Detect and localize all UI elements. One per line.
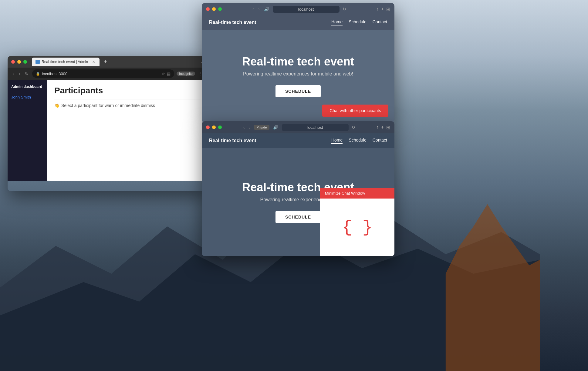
event1-fullscreen-btn[interactable] <box>218 7 222 11</box>
event2-navbar: Real-time tech event Home Schedule Conta… <box>202 133 394 148</box>
chat-window-body: { } <box>320 199 394 256</box>
event2-grid-btn[interactable]: ⊞ <box>386 125 390 130</box>
chat-window-overlay: Minimize Chat Window { } <box>320 188 394 256</box>
event2-content: Real-time tech event Home Schedule Conta… <box>202 133 394 256</box>
event2-fullscreen-btn[interactable] <box>218 125 222 129</box>
event2-nav-schedule[interactable]: Schedule <box>349 138 366 144</box>
admin-nav-john-smith[interactable]: John Smith <box>11 94 43 101</box>
event2-back-btn[interactable]: ‹ <box>243 124 245 130</box>
admin-address-field[interactable]: 🔒 localhost:3000 ☆ ▤ <box>32 69 174 78</box>
admin-back-btn[interactable]: ‹ <box>11 71 15 77</box>
event1-nav-links: Home Schedule Contact <box>331 19 387 25</box>
admin-browser-tab[interactable]: Real-time tech event | Admin ✕ <box>32 58 100 66</box>
event1-nav-schedule[interactable]: Schedule <box>349 19 366 25</box>
event1-nav-contact[interactable]: Contact <box>373 19 387 25</box>
event1-titlebar: ‹ › 🔊 localhost ↻ ↑ + ⊞ <box>202 3 394 15</box>
admin-minimize-btn[interactable] <box>17 60 21 64</box>
event2-private-badge: Private <box>254 125 269 130</box>
participants-hint-text: 👋 Select a participant for warn or immed… <box>54 103 201 108</box>
event2-nav-links: Home Schedule Contact <box>331 138 387 144</box>
admin-refresh-btn[interactable]: ↻ <box>24 71 30 77</box>
event-browser-2: ‹ › Private 🔊 localhost ↻ ↑ + ⊞ Real-tim… <box>202 121 394 256</box>
event1-url-field[interactable]: localhost <box>273 6 340 13</box>
admin-browser-titlebar: Real-time tech event | Admin ✕ + ⌄ <box>8 56 208 68</box>
event2-forward-btn[interactable]: › <box>248 124 251 130</box>
event1-titlebar-center: ‹ › 🔊 localhost ↻ <box>224 6 374 13</box>
admin-close-btn[interactable] <box>11 60 15 64</box>
event1-close-btn[interactable] <box>206 7 210 11</box>
event2-hero: Real-time tech event Powering realtime e… <box>202 148 394 256</box>
event1-forward-btn[interactable]: › <box>258 6 260 12</box>
event1-navbar: Real-time tech event Home Schedule Conta… <box>202 15 394 30</box>
admin-address-bar: ‹ › ↻ 🔒 localhost:3000 ☆ ▤ Incognito ⋮ <box>8 68 208 80</box>
event-browser-1: ‹ › 🔊 localhost ↻ ↑ + ⊞ Real-time tech e… <box>202 3 394 123</box>
event2-minimize-btn[interactable] <box>212 125 216 129</box>
admin-sidebar: Admin dashboard John Smith <box>8 80 47 181</box>
admin-fullscreen-btn[interactable] <box>23 60 27 64</box>
admin-new-tab-btn[interactable]: + <box>104 59 107 65</box>
tab-favicon-icon <box>35 60 40 64</box>
event1-sound-btn[interactable]: 🔊 <box>263 6 270 12</box>
event1-minimize-btn[interactable] <box>212 7 216 11</box>
event2-url-field[interactable]: localhost <box>282 124 349 131</box>
event2-brand: Real-time tech event <box>209 138 256 143</box>
event1-grid-btn[interactable]: ⊞ <box>386 6 390 12</box>
event2-nav-contact[interactable]: Contact <box>373 138 387 144</box>
admin-browser-window: Real-time tech event | Admin ✕ + ⌄ ‹ › ↻… <box>8 56 208 191</box>
event1-brand: Real-time tech event <box>209 20 256 25</box>
event1-chat-participants-btn[interactable]: Chat with other participants <box>322 105 388 117</box>
event1-hero: Real-time tech event Powering realtime e… <box>202 30 394 123</box>
participants-heading: Participants <box>54 86 201 99</box>
event1-add-btn[interactable]: + <box>381 6 384 12</box>
admin-url-text: localhost:3000 <box>42 72 67 76</box>
admin-forward-btn[interactable]: › <box>18 71 22 77</box>
admin-incognito-badge: Incognito <box>177 72 195 76</box>
event2-titlebar-center: ‹ › Private 🔊 localhost ↻ <box>224 124 374 131</box>
minimize-chat-btn[interactable]: Minimize Chat Window <box>320 188 394 199</box>
event1-titlebar-controls: ↑ + ⊞ <box>376 6 390 12</box>
event1-nav-home[interactable]: Home <box>331 19 343 25</box>
event1-content: Real-time tech event Home Schedule Conta… <box>202 15 394 123</box>
admin-tab-title: Real-time tech event | Admin <box>42 60 88 64</box>
svg-marker-2 <box>446 204 540 371</box>
admin-reader-icon[interactable]: ▤ <box>167 72 171 76</box>
event2-titlebar: ‹ › Private 🔊 localhost ↻ ↑ + ⊞ <box>202 121 394 133</box>
event2-share-btn[interactable]: ↑ <box>376 125 379 130</box>
event1-back-btn[interactable]: ‹ <box>252 6 255 12</box>
event2-sound-btn[interactable]: 🔊 <box>272 124 279 130</box>
admin-bookmark-icon[interactable]: ☆ <box>161 72 165 76</box>
event2-close-btn[interactable] <box>206 125 210 129</box>
admin-tab-close-icon[interactable]: ✕ <box>91 59 96 64</box>
event1-share-btn[interactable]: ↑ <box>376 6 379 12</box>
event1-schedule-btn[interactable]: SCHEDULE <box>275 85 321 97</box>
hint-emoji: 👋 <box>54 103 59 108</box>
event1-hero-title: Real-time tech event <box>242 55 354 68</box>
event2-nav-home[interactable]: Home <box>331 138 343 144</box>
admin-lock-icon: 🔒 <box>36 72 40 76</box>
event2-schedule-btn[interactable]: SCHEDULE <box>275 211 321 223</box>
event2-add-btn[interactable]: + <box>381 125 384 130</box>
admin-main-content: Participants 👋 Select a participant for … <box>47 80 208 181</box>
event2-refresh-btn[interactable]: ↻ <box>352 125 355 130</box>
chat-logo-icon: { } <box>342 218 373 237</box>
admin-dashboard-label: Admin dashboard <box>11 85 43 89</box>
admin-browser-content: Admin dashboard John Smith Participants … <box>8 80 208 181</box>
event2-titlebar-controls: ↑ + ⊞ <box>376 125 390 130</box>
event1-hero-subtitle: Powering realtime experiences for mobile… <box>243 71 353 77</box>
event1-refresh-btn[interactable]: ↻ <box>343 7 346 12</box>
